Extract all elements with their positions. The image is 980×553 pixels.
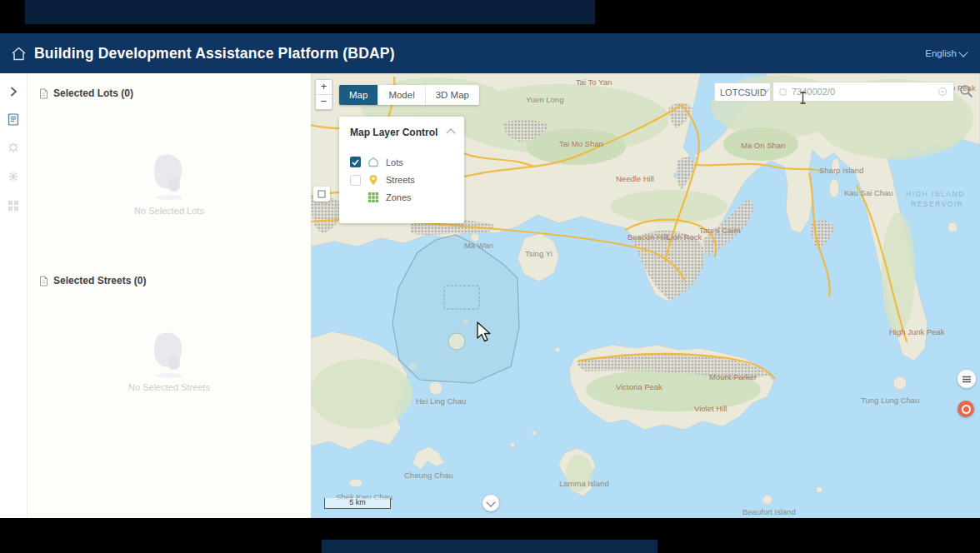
layer-label: Streets bbox=[386, 175, 415, 185]
layer-label: Zones bbox=[386, 192, 412, 202]
lots-checkbox[interactable] bbox=[350, 157, 361, 167]
gear-icon[interactable] bbox=[8, 142, 19, 153]
zone-grid-icon bbox=[368, 192, 379, 202]
map-layer-control: Map Layer Control Lots Streets Zones bbox=[339, 117, 464, 223]
map-control-button[interactable] bbox=[313, 187, 330, 202]
ring-icon bbox=[962, 405, 971, 414]
zones-checkbox[interactable] bbox=[350, 192, 361, 202]
file-icon bbox=[39, 88, 48, 99]
layers-icon bbox=[318, 190, 326, 198]
document-icon[interactable] bbox=[8, 113, 19, 126]
empty-illustration bbox=[145, 152, 193, 203]
collapse-chevron-icon[interactable] bbox=[446, 128, 455, 137]
empty-illustration bbox=[145, 330, 193, 381]
language-selector[interactable]: English bbox=[925, 48, 967, 58]
top-navy-strip bbox=[25, 0, 595, 24]
selected-streets-header: Selected Streets (0) bbox=[39, 275, 146, 286]
basemap-button[interactable] bbox=[958, 370, 976, 388]
selection-panel: Selected Lots (0) No Selected Lots Selec… bbox=[28, 73, 311, 518]
search-input[interactable] bbox=[792, 87, 932, 97]
check-icon bbox=[352, 159, 359, 166]
zoom-in-button[interactable]: + bbox=[316, 80, 332, 94]
home-icon[interactable] bbox=[11, 47, 27, 61]
grid-icon[interactable] bbox=[8, 200, 19, 212]
map-viewport[interactable]: Tai To YanYuen LongTai Mo ShanNeedle Hil… bbox=[311, 73, 980, 518]
layer-row-zones: Zones bbox=[350, 192, 412, 202]
search-field-selector[interactable]: LOTCSUID bbox=[714, 82, 771, 102]
chevron-down-icon bbox=[958, 47, 968, 57]
scale-bar: 5 km bbox=[324, 498, 391, 509]
screen: { "header": { "title": "Building Develop… bbox=[0, 0, 980, 553]
collapse-down-button[interactable] bbox=[482, 495, 499, 511]
streets-empty-text: No Selected Streets bbox=[28, 382, 311, 392]
layer-label: Lots bbox=[386, 157, 403, 167]
zoom-out-button[interactable]: − bbox=[316, 94, 332, 109]
lot-outline-icon bbox=[368, 157, 379, 167]
layer-row-lots: Lots bbox=[350, 157, 403, 167]
selected-lots-header: Selected Lots (0) bbox=[39, 87, 133, 99]
scale-label: 5 km bbox=[349, 498, 366, 506]
streets-checkbox[interactable] bbox=[350, 175, 361, 186]
lots-empty-state bbox=[28, 152, 311, 207]
selected-streets-title: Selected Streets (0) bbox=[53, 275, 146, 286]
list-icon bbox=[962, 376, 971, 383]
bottom-navy-strip bbox=[322, 540, 658, 553]
view-tab-map[interactable]: Map bbox=[339, 85, 378, 105]
view-tab-3d-map[interactable]: 3D Map bbox=[425, 85, 479, 105]
search-field-value: LOTCSUID bbox=[720, 87, 767, 97]
streets-empty-state bbox=[28, 330, 311, 385]
file-icon bbox=[39, 276, 48, 286]
layer-row-streets: Streets bbox=[350, 174, 415, 186]
locate-icon bbox=[779, 88, 787, 96]
lots-empty-text: No Selected Lots bbox=[28, 206, 311, 216]
map-pin-icon bbox=[368, 174, 379, 186]
search-icon[interactable] bbox=[959, 84, 973, 98]
orange-circle-button[interactable] bbox=[958, 401, 974, 417]
view-tab-model[interactable]: Model bbox=[378, 85, 424, 105]
modules-icon[interactable] bbox=[8, 171, 19, 182]
map-zoom-control: + − bbox=[315, 79, 332, 110]
search-box bbox=[772, 82, 954, 102]
selected-lots-title: Selected Lots (0) bbox=[53, 87, 133, 99]
icon-rail bbox=[0, 73, 28, 518]
chevron-down-icon bbox=[486, 497, 495, 506]
map-view-tabs: Map Model 3D Map bbox=[339, 85, 479, 105]
language-label: English bbox=[925, 48, 957, 58]
target-icon[interactable] bbox=[938, 87, 948, 97]
app-title: Building Development Assistance Platform… bbox=[34, 45, 395, 62]
expand-chevron-icon[interactable] bbox=[9, 87, 18, 97]
layer-control-title: Map Layer Control bbox=[350, 127, 438, 138]
app-header: Building Development Assistance Platform… bbox=[0, 33, 980, 73]
